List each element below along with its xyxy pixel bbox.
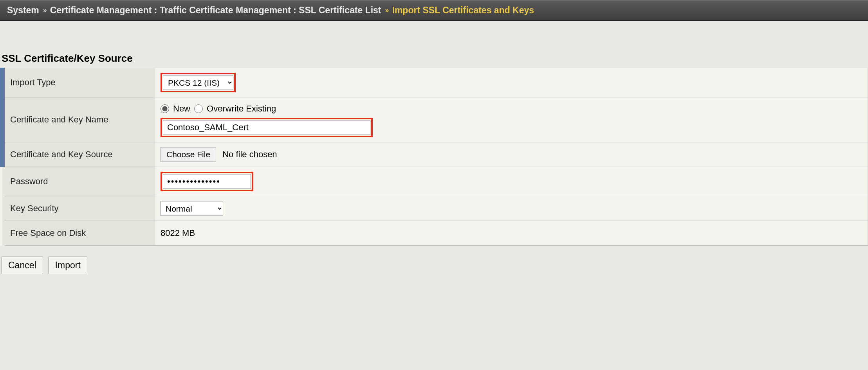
breadcrumb: System ›› Certificate Management : Traff…	[0, 0, 868, 21]
cert-name-mode-radios: New Overwrite Existing	[161, 104, 862, 114]
section-title: SSL Certificate/Key Source	[0, 52, 868, 65]
row-free-space: Free Space on Disk 8022 MB	[2, 221, 868, 246]
breadcrumb-current: Import SSL Certificates and Keys	[392, 5, 534, 16]
key-security-select[interactable]: Normal	[161, 201, 223, 216]
breadcrumb-path[interactable]: Certificate Management : Traffic Certifi…	[50, 5, 381, 16]
label-key-security: Key Security	[2, 196, 155, 221]
row-password: Password	[2, 167, 868, 196]
choose-file-button[interactable]: Choose File	[161, 147, 216, 162]
highlight-password	[161, 172, 253, 191]
row-cert-key-source: Certificate and Key Source Choose File N…	[2, 142, 868, 167]
radio-overwrite[interactable]	[194, 104, 203, 113]
action-bar: Cancel Import	[0, 257, 868, 274]
import-type-select[interactable]: PKCS 12 (IIS)	[163, 75, 233, 90]
label-cert-key-name: Certificate and Key Name	[2, 97, 155, 142]
label-password: Password	[2, 167, 155, 196]
breadcrumb-separator-icon: ››	[385, 6, 388, 14]
cancel-button[interactable]: Cancel	[2, 257, 43, 274]
form-table: Import Type PKCS 12 (IIS) Certificate an…	[0, 68, 868, 246]
row-cert-key-name: Certificate and Key Name New Overwrite E…	[2, 97, 868, 142]
highlight-import-type: PKCS 12 (IIS)	[161, 73, 236, 92]
label-import-type: Import Type	[2, 68, 155, 97]
label-free-space: Free Space on Disk	[2, 221, 155, 246]
breadcrumb-root[interactable]: System	[7, 5, 39, 16]
cert-key-name-input[interactable]	[163, 120, 370, 135]
free-space-value: 8022 MB	[161, 228, 195, 238]
radio-new[interactable]	[161, 104, 169, 113]
radio-new-label: New	[173, 104, 190, 114]
row-key-security: Key Security Normal	[2, 196, 868, 221]
file-chosen-status: No file chosen	[222, 149, 277, 159]
breadcrumb-separator-icon: ››	[43, 6, 46, 14]
label-cert-key-source: Certificate and Key Source	[2, 142, 155, 167]
password-input[interactable]	[163, 174, 251, 189]
radio-overwrite-label: Overwrite Existing	[207, 104, 276, 114]
highlight-cert-name	[161, 118, 373, 137]
import-button[interactable]: Import	[49, 257, 87, 274]
row-import-type: Import Type PKCS 12 (IIS)	[2, 68, 868, 97]
